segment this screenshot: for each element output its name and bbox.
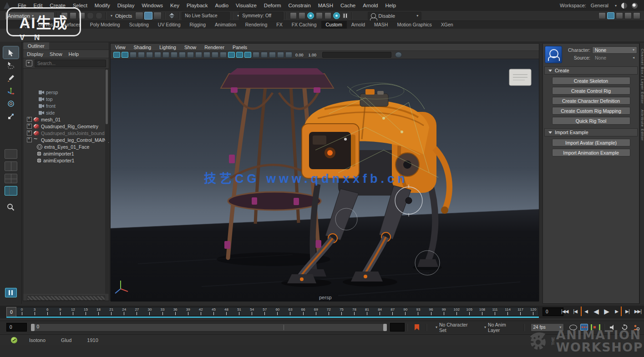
gamma-value[interactable]: 1.00 bbox=[309, 53, 317, 57]
playback-end-field[interactable] bbox=[390, 323, 405, 332]
workspace-selector[interactable]: General bbox=[591, 3, 609, 8]
menu-item[interactable]: Help bbox=[382, 0, 400, 11]
humanik-icon[interactable] bbox=[607, 12, 614, 19]
shelf-tab[interactable]: Arnold bbox=[347, 21, 370, 29]
shelf-tab[interactable]: Motion Graphics bbox=[392, 21, 436, 29]
outliner-row[interactable]: Quadruped_leg_Control_MAIN_CTRL bbox=[23, 136, 109, 143]
step-forward-frame-button[interactable]: ▶| bbox=[623, 307, 632, 316]
outliner-title[interactable]: Outliner bbox=[23, 42, 49, 50]
panel-menu-item[interactable]: Renderer bbox=[204, 45, 224, 50]
scale-tool-icon[interactable] bbox=[3, 110, 19, 122]
create-action-button[interactable]: Create Skeleton bbox=[552, 77, 630, 85]
resolution-gate-icon[interactable] bbox=[138, 52, 145, 58]
shelf-tab[interactable]: XGen bbox=[436, 21, 458, 29]
wireframe-icon[interactable] bbox=[195, 52, 202, 58]
ipr-render-icon[interactable] bbox=[307, 12, 314, 19]
source-selector[interactable]: None ◂ bbox=[592, 54, 637, 61]
shelf-tab[interactable]: Rigging bbox=[185, 21, 210, 29]
shaded-icon[interactable] bbox=[203, 52, 210, 58]
isolate-select-toggle-icon[interactable] bbox=[5, 288, 17, 297]
textured-icon[interactable] bbox=[212, 52, 218, 58]
outliner-vertical-scrollbar[interactable] bbox=[105, 69, 108, 294]
expand-icon[interactable] bbox=[27, 124, 32, 129]
safe-action-icon[interactable] bbox=[162, 52, 169, 58]
outliner-row[interactable]: side bbox=[23, 109, 109, 116]
range-slider[interactable]: 0 bbox=[30, 323, 387, 332]
safe-title-icon[interactable] bbox=[171, 52, 177, 58]
pause-viewport-icon[interactable] bbox=[342, 12, 349, 19]
shelf-tab[interactable]: MASH bbox=[370, 21, 392, 29]
joints-xray-icon[interactable] bbox=[277, 52, 284, 58]
frame-all-icon[interactable] bbox=[179, 52, 186, 58]
select-tool-icon[interactable] bbox=[3, 46, 19, 59]
xray-icon[interactable] bbox=[269, 52, 276, 58]
create-action-button[interactable]: Create Custom Rig Mapping bbox=[552, 107, 630, 115]
render-current-frame-icon[interactable] bbox=[299, 12, 305, 19]
outliner-row[interactable]: animExporter1 bbox=[23, 157, 109, 164]
live-link-selector[interactable]: Disable ▾ bbox=[368, 12, 421, 20]
status-circle-icon[interactable] bbox=[632, 3, 638, 9]
script-status-icon[interactable] bbox=[11, 337, 17, 343]
modeling-toolkit-icon[interactable] bbox=[598, 12, 606, 19]
grid-icon[interactable] bbox=[122, 52, 128, 58]
import-action-button[interactable]: Import Avatar (Example) bbox=[552, 139, 630, 146]
lasso-tool-icon[interactable] bbox=[3, 59, 19, 71]
menu-item[interactable]: Key bbox=[167, 0, 183, 11]
lights-icon[interactable] bbox=[220, 52, 227, 58]
perspective-viewport[interactable]: ViewShadingLightingShowRendererPanels 0.… bbox=[110, 43, 539, 301]
expand-icon[interactable] bbox=[27, 117, 32, 122]
layout-four-pane-button[interactable] bbox=[5, 174, 17, 183]
outliner-row[interactable]: extra_Eyes_01_Face bbox=[23, 143, 109, 150]
menu-item[interactable]: Audio bbox=[212, 0, 232, 11]
outliner-row[interactable]: persp bbox=[23, 89, 109, 96]
exposure-value[interactable]: 0.00 bbox=[295, 53, 304, 57]
current-frame-marker[interactable]: 0 bbox=[6, 307, 16, 317]
character-set-selector[interactable]: ▾ No Character Set bbox=[434, 322, 473, 333]
step-back-key-button[interactable]: ◀ bbox=[581, 307, 590, 316]
scene-3d-view[interactable]: 技艺CG www.qdnxxfb.cn persp bbox=[111, 59, 539, 302]
layout-single-pane-button[interactable] bbox=[5, 149, 17, 159]
field-chart-icon[interactable] bbox=[154, 52, 161, 58]
shelf-tab[interactable]: Poly Modeling bbox=[86, 21, 125, 29]
menu-item[interactable]: Constrain bbox=[285, 0, 314, 11]
attribute-editor-icon[interactable] bbox=[616, 12, 623, 19]
expand-icon[interactable] bbox=[27, 131, 32, 136]
film-gate-icon[interactable] bbox=[130, 52, 137, 58]
outliner-row[interactable]: mesh_01 bbox=[23, 116, 109, 123]
magnifier-icon[interactable] bbox=[3, 201, 19, 213]
shelf-tab[interactable]: UV Editing bbox=[153, 21, 185, 29]
rotate-tool-icon[interactable] bbox=[3, 97, 19, 110]
panel-menu-item[interactable]: Lighting bbox=[159, 45, 176, 50]
display-toggle-icon[interactable] bbox=[621, 3, 627, 9]
plugin-shapes-icon[interactable] bbox=[285, 52, 292, 58]
frame-selection-icon[interactable] bbox=[187, 52, 194, 58]
menu-item[interactable]: Playback bbox=[183, 0, 212, 11]
go-to-start-button[interactable]: |◀◀ bbox=[560, 307, 569, 316]
menu-item[interactable]: Display bbox=[114, 0, 138, 11]
tool-settings-icon[interactable] bbox=[624, 12, 632, 19]
shelf-tab[interactable]: FX Caching bbox=[287, 21, 321, 29]
panel-menu-item[interactable]: Show bbox=[184, 45, 196, 50]
image-plane-card[interactable] bbox=[509, 69, 531, 85]
paint-select-tool-icon[interactable] bbox=[3, 72, 19, 84]
create-action-button[interactable]: Create Control Rig bbox=[552, 87, 630, 95]
select-hierarchy-icon[interactable] bbox=[135, 12, 143, 20]
import-example-section-header[interactable]: Import Example bbox=[544, 128, 638, 136]
shadows-icon[interactable] bbox=[228, 52, 235, 58]
sidebar-tab[interactable]: Channel Box / Layer Editor bbox=[640, 49, 644, 104]
menu-item[interactable]: Windows bbox=[138, 0, 167, 11]
go-to-end-button[interactable]: ▶▶| bbox=[633, 307, 643, 316]
frame-ruler[interactable]: 0369121518212427303336394245485154576063… bbox=[16, 307, 539, 316]
move-tool-icon[interactable] bbox=[3, 85, 19, 97]
hypershade-icon[interactable] bbox=[325, 12, 331, 19]
camera-lock-icon[interactable] bbox=[113, 52, 120, 58]
layout-two-pane-button[interactable] bbox=[5, 161, 17, 171]
outliner-menu-item[interactable]: Display bbox=[27, 51, 43, 57]
menu-item[interactable]: Arnold bbox=[359, 0, 381, 11]
outliner-menu-item[interactable]: Help bbox=[69, 51, 79, 57]
panel-menu-item[interactable]: Panels bbox=[233, 45, 247, 50]
step-forward-key-button[interactable]: ▶ bbox=[612, 307, 622, 316]
outliner-row[interactable]: top bbox=[23, 96, 109, 102]
menu-item[interactable]: Modify bbox=[91, 0, 114, 11]
render-view-icon[interactable] bbox=[290, 12, 297, 19]
